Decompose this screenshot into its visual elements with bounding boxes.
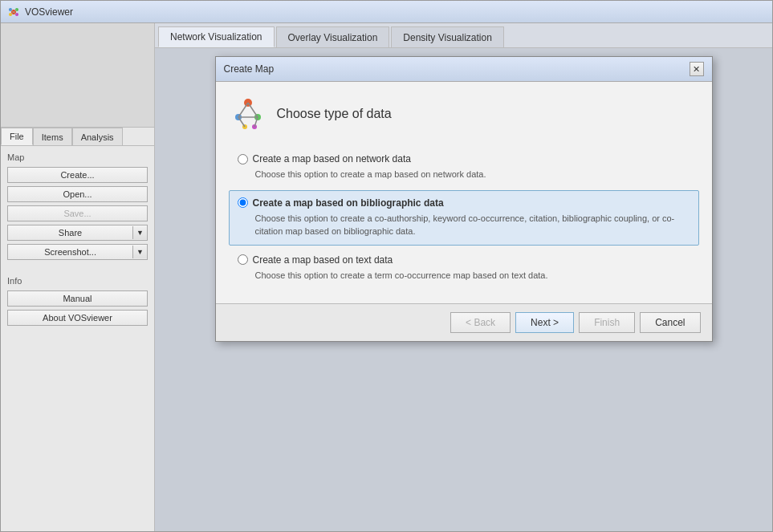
radio-network-label[interactable]: Create a map based on network data	[253, 153, 411, 164]
create-map-dialog: Create Map ✕	[215, 56, 713, 342]
save-button[interactable]: Save...	[7, 205, 148, 221]
dialog-header: Choose type of data	[229, 95, 699, 133]
map-section: Map Create... Open... Save... Share ▼ Sc…	[1, 146, 154, 270]
radio-bibliographic-desc: Choose this option to create a co-author…	[255, 212, 690, 238]
about-button[interactable]: About VOSviewer	[7, 310, 148, 326]
radio-option-network[interactable]: Create a map based on network data Choos…	[229, 146, 699, 189]
next-button[interactable]: Next >	[515, 312, 574, 333]
viz-tab-bar: Network Visualization Overlay Visualizat…	[155, 23, 772, 48]
share-label: Share	[8, 225, 132, 240]
radio-row-bibliographic: Create a map based on bibliographic data	[238, 197, 690, 209]
sidebar: File Items Analysis Map Create... Open..…	[1, 23, 155, 531]
tab-file[interactable]: File	[1, 128, 33, 145]
main-content: Network Visualization Overlay Visualizat…	[155, 23, 772, 531]
screenshot-arrow-icon[interactable]: ▼	[132, 246, 147, 258]
window-body: File Items Analysis Map Create... Open..…	[1, 23, 772, 531]
radio-bibliographic-label[interactable]: Create a map based on bibliographic data	[253, 197, 444, 209]
screenshot-label: Screenshot...	[8, 245, 132, 259]
map-section-title: Map	[7, 152, 148, 162]
create-button[interactable]: Create...	[7, 167, 148, 183]
radio-network-desc: Choose this option to create a map based…	[255, 168, 690, 181]
dialog-body: Choose type of data Create a map based o…	[216, 82, 712, 303]
share-button[interactable]: Share ▼	[7, 225, 148, 241]
svg-line-15	[248, 103, 258, 117]
tab-analysis[interactable]: Analysis	[72, 128, 123, 145]
manual-button[interactable]: Manual	[7, 290, 148, 307]
cancel-button[interactable]: Cancel	[640, 312, 700, 333]
radio-bibliographic[interactable]	[238, 197, 248, 208]
visualization-area: Create Map ✕	[155, 48, 772, 531]
tab-network-visualization[interactable]: Network Visualization	[158, 26, 275, 47]
tab-overlay-visualization[interactable]: Overlay Visualization	[276, 26, 390, 47]
share-arrow-icon[interactable]: ▼	[132, 226, 147, 239]
radio-option-text[interactable]: Create a map based on text data Choose t…	[229, 247, 699, 290]
back-button[interactable]: < Back	[450, 312, 511, 333]
open-button[interactable]: Open...	[7, 186, 148, 202]
tab-items[interactable]: Items	[33, 128, 72, 145]
radio-text-desc: Choose this option to create a term co-o…	[255, 269, 690, 282]
main-window: VOSviewer File Items Analysis Map Create…	[0, 0, 773, 532]
dialog-overlay: Create Map ✕	[155, 48, 772, 531]
radio-row-text: Create a map based on text data	[238, 254, 690, 266]
screenshot-button[interactable]: Screenshot... ▼	[7, 244, 148, 260]
sidebar-tab-bar: File Items Analysis	[1, 128, 154, 146]
app-title: VOSviewer	[25, 6, 73, 18]
svg-line-14	[238, 103, 248, 117]
app-icon	[7, 6, 20, 18]
info-section: Info Manual About VOSviewer	[1, 270, 154, 335]
svg-line-16	[238, 117, 245, 127]
finish-button[interactable]: Finish	[579, 312, 635, 333]
info-section-title: Info	[7, 276, 148, 286]
sidebar-preview-area	[1, 23, 154, 128]
radio-row-network: Create a map based on network data	[238, 153, 690, 164]
radio-text-label[interactable]: Create a map based on text data	[253, 254, 393, 266]
tab-density-visualization[interactable]: Density Visualization	[391, 26, 504, 47]
radio-option-bibliographic[interactable]: Create a map based on bibliographic data…	[229, 190, 699, 246]
radio-text[interactable]	[238, 254, 248, 265]
dialog-close-button[interactable]: ✕	[690, 62, 704, 76]
dialog-icon	[229, 95, 267, 133]
radio-network[interactable]	[238, 154, 248, 164]
dialog-title-bar: Create Map ✕	[216, 57, 712, 82]
dialog-footer: < Back Next > Finish Cancel	[216, 303, 712, 341]
title-bar: VOSviewer	[1, 1, 772, 23]
dialog-title: Create Map	[224, 63, 275, 75]
dialog-heading: Choose type of data	[277, 107, 392, 121]
